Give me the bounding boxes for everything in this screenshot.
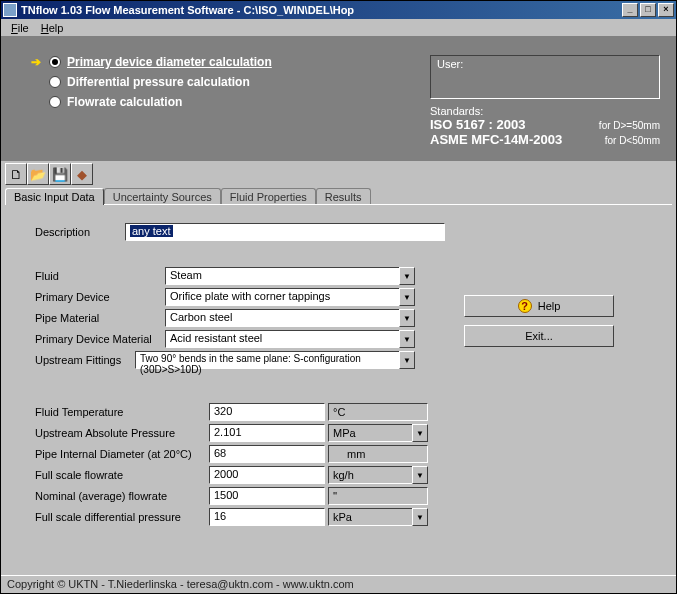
chevron-down-icon[interactable]: ▼ — [399, 267, 415, 285]
full-scale-flowrate-input[interactable]: 2000 — [209, 466, 325, 484]
window-title: TNflow 1.03 Flow Measurement Software - … — [21, 4, 622, 16]
open-folder-icon: 📂 — [30, 167, 46, 182]
open-file-button[interactable]: 📂 — [27, 163, 49, 185]
minimize-button[interactable]: _ — [622, 3, 638, 17]
help-icon: ? — [518, 299, 532, 313]
info-panel: User: Standards: ISO 5167 : 2003 for D>=… — [430, 55, 660, 147]
radio-label: Flowrate calculation — [67, 95, 182, 109]
chevron-down-icon[interactable]: ▼ — [399, 288, 415, 306]
statusbar: Copyright © UKTN - T.Niederlinska - tere… — [1, 575, 676, 593]
chevron-down-icon[interactable]: ▼ — [399, 309, 415, 327]
menu-file[interactable]: File — [5, 21, 35, 35]
tab-fluid-properties[interactable]: Fluid Properties — [221, 188, 316, 205]
standard-condition: for D>=50mm — [599, 120, 660, 131]
chevron-down-icon[interactable]: ▼ — [412, 466, 428, 484]
user-box: User: — [430, 55, 660, 99]
mode-panel: ➔ Primary device diameter calculation Di… — [1, 37, 676, 161]
nominal-flowrate-input[interactable]: 1500 — [209, 487, 325, 505]
primary-device-material-label: Primary Device Material — [35, 333, 165, 345]
chevron-down-icon[interactable]: ▼ — [412, 508, 428, 526]
titlebar: TNflow 1.03 Flow Measurement Software - … — [1, 1, 676, 19]
pipe-material-combo[interactable]: Carbon steel ▼ — [165, 309, 415, 327]
unit-box: °C — [328, 403, 428, 421]
radio-flowrate[interactable] — [49, 96, 61, 108]
description-label: Description — [35, 226, 125, 238]
new-file-icon: 🗋 — [10, 167, 23, 182]
close-button[interactable]: × — [658, 3, 674, 17]
chevron-down-icon[interactable]: ▼ — [412, 424, 428, 442]
arrow-icon: ➔ — [31, 55, 49, 69]
chevron-down-icon[interactable]: ▼ — [399, 330, 415, 348]
radio-primary-diameter[interactable] — [49, 56, 61, 68]
maximize-button[interactable]: □ — [640, 3, 656, 17]
full-scale-dp-label: Full scale differential pressure — [35, 511, 209, 523]
window-controls: _ □ × — [622, 3, 674, 17]
user-label: User: — [437, 58, 463, 70]
menu-help[interactable]: Help — [35, 21, 70, 35]
flowrate-unit-combo[interactable]: kg/h ▼ — [328, 466, 428, 484]
tab-basic-input[interactable]: Basic Input Data — [5, 188, 104, 205]
save-button[interactable]: 💾 — [49, 163, 71, 185]
unit-box: mm — [328, 445, 428, 463]
app-icon — [3, 3, 17, 17]
calculation-mode-group: ➔ Primary device diameter calculation Di… — [25, 55, 430, 147]
standard-condition: for D<50mm — [605, 135, 660, 146]
primary-device-combo[interactable]: Orifice plate with corner tappings ▼ — [165, 288, 415, 306]
toolbar: 🗋 📂 💾 ◆ — [1, 161, 676, 185]
chevron-down-icon[interactable]: ▼ — [399, 351, 415, 369]
upstream-fittings-combo[interactable]: Two 90° bends in the same plane: S-confi… — [135, 351, 415, 369]
fluid-temperature-label: Fluid Temperature — [35, 406, 209, 418]
full-scale-flowrate-label: Full scale flowrate — [35, 469, 209, 481]
pipe-diameter-input[interactable]: 68 — [209, 445, 325, 463]
unit-box: '' — [328, 487, 428, 505]
fluid-temperature-input[interactable]: 320 — [209, 403, 325, 421]
radio-label: Differential pressure calculation — [67, 75, 250, 89]
standard-name: ISO 5167 : 2003 — [430, 117, 525, 132]
fluid-label: Fluid — [35, 270, 165, 282]
radio-label: Primary device diameter calculation — [67, 55, 272, 69]
menubar: File Help — [1, 19, 676, 37]
primary-device-label: Primary Device — [35, 291, 165, 303]
upstream-pressure-label: Upstream Absolute Pressure — [35, 427, 209, 439]
tab-results[interactable]: Results — [316, 188, 371, 205]
pipe-material-label: Pipe Material — [35, 312, 165, 324]
standard-name: ASME MFC-14M-2003 — [430, 132, 562, 147]
save-icon: 💾 — [52, 167, 68, 182]
description-input[interactable]: any text — [125, 223, 445, 241]
side-buttons: ? Help Exit... — [464, 295, 614, 355]
pressure-unit-combo[interactable]: MPa ▼ — [328, 424, 428, 442]
book-icon: ◆ — [77, 167, 87, 182]
dp-unit-combo[interactable]: kPa ▼ — [328, 508, 428, 526]
app-window: TNflow 1.03 Flow Measurement Software - … — [0, 0, 677, 594]
full-scale-dp-input[interactable]: 16 — [209, 508, 325, 526]
tabbar: Basic Input Data Uncertainty Sources Flu… — [1, 187, 676, 204]
radio-diff-pressure[interactable] — [49, 76, 61, 88]
book-button[interactable]: ◆ — [71, 163, 93, 185]
nominal-flowrate-label: Nominal (average) flowrate — [35, 490, 209, 502]
new-file-button[interactable]: 🗋 — [5, 163, 27, 185]
upstream-pressure-input[interactable]: 2.101 — [209, 424, 325, 442]
primary-device-material-combo[interactable]: Acid resistant steel ▼ — [165, 330, 415, 348]
upstream-fittings-label: Upstream Fittings — [35, 354, 135, 366]
standards-label: Standards: — [430, 105, 660, 117]
tab-content: Description any text Fluid Steam ▼ Prima… — [5, 204, 672, 575]
tab-uncertainty[interactable]: Uncertainty Sources — [104, 188, 221, 205]
fluid-combo[interactable]: Steam ▼ — [165, 267, 415, 285]
exit-button[interactable]: Exit... — [464, 325, 614, 347]
pipe-diameter-label: Pipe Internal Diameter (at 20°C) — [35, 448, 209, 460]
help-button[interactable]: ? Help — [464, 295, 614, 317]
